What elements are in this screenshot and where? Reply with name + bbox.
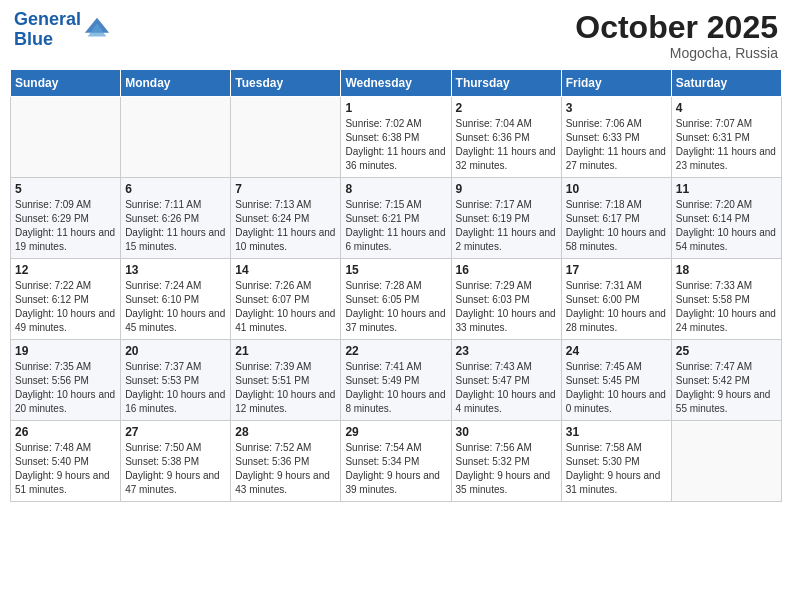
calendar-cell: 16Sunrise: 7:29 AM Sunset: 6:03 PM Dayli… <box>451 259 561 340</box>
day-info: Sunrise: 7:37 AM Sunset: 5:53 PM Dayligh… <box>125 360 226 416</box>
day-info: Sunrise: 7:26 AM Sunset: 6:07 PM Dayligh… <box>235 279 336 335</box>
day-number: 14 <box>235 263 336 277</box>
day-number: 9 <box>456 182 557 196</box>
day-number: 8 <box>345 182 446 196</box>
calendar-cell: 9Sunrise: 7:17 AM Sunset: 6:19 PM Daylig… <box>451 178 561 259</box>
calendar-cell: 24Sunrise: 7:45 AM Sunset: 5:45 PM Dayli… <box>561 340 671 421</box>
weekday-header-thursday: Thursday <box>451 70 561 97</box>
day-number: 21 <box>235 344 336 358</box>
calendar-cell: 29Sunrise: 7:54 AM Sunset: 5:34 PM Dayli… <box>341 421 451 502</box>
calendar-cell: 25Sunrise: 7:47 AM Sunset: 5:42 PM Dayli… <box>671 340 781 421</box>
weekday-header-sunday: Sunday <box>11 70 121 97</box>
calendar-cell: 26Sunrise: 7:48 AM Sunset: 5:40 PM Dayli… <box>11 421 121 502</box>
calendar-cell: 18Sunrise: 7:33 AM Sunset: 5:58 PM Dayli… <box>671 259 781 340</box>
page-header: General Blue October 2025 Mogocha, Russi… <box>10 10 782 61</box>
day-info: Sunrise: 7:54 AM Sunset: 5:34 PM Dayligh… <box>345 441 446 497</box>
day-number: 16 <box>456 263 557 277</box>
day-info: Sunrise: 7:24 AM Sunset: 6:10 PM Dayligh… <box>125 279 226 335</box>
day-number: 1 <box>345 101 446 115</box>
day-number: 2 <box>456 101 557 115</box>
day-number: 30 <box>456 425 557 439</box>
day-number: 22 <box>345 344 446 358</box>
day-info: Sunrise: 7:20 AM Sunset: 6:14 PM Dayligh… <box>676 198 777 254</box>
calendar-cell: 15Sunrise: 7:28 AM Sunset: 6:05 PM Dayli… <box>341 259 451 340</box>
calendar-cell: 28Sunrise: 7:52 AM Sunset: 5:36 PM Dayli… <box>231 421 341 502</box>
logo-text: General <box>14 10 81 30</box>
day-number: 28 <box>235 425 336 439</box>
location: Mogocha, Russia <box>575 45 778 61</box>
calendar-cell: 23Sunrise: 7:43 AM Sunset: 5:47 PM Dayli… <box>451 340 561 421</box>
calendar-cell: 3Sunrise: 7:06 AM Sunset: 6:33 PM Daylig… <box>561 97 671 178</box>
calendar-cell: 12Sunrise: 7:22 AM Sunset: 6:12 PM Dayli… <box>11 259 121 340</box>
day-number: 11 <box>676 182 777 196</box>
day-info: Sunrise: 7:39 AM Sunset: 5:51 PM Dayligh… <box>235 360 336 416</box>
day-info: Sunrise: 7:43 AM Sunset: 5:47 PM Dayligh… <box>456 360 557 416</box>
day-info: Sunrise: 7:56 AM Sunset: 5:32 PM Dayligh… <box>456 441 557 497</box>
weekday-header-saturday: Saturday <box>671 70 781 97</box>
calendar-cell: 6Sunrise: 7:11 AM Sunset: 6:26 PM Daylig… <box>121 178 231 259</box>
day-number: 15 <box>345 263 446 277</box>
day-info: Sunrise: 7:31 AM Sunset: 6:00 PM Dayligh… <box>566 279 667 335</box>
day-info: Sunrise: 7:09 AM Sunset: 6:29 PM Dayligh… <box>15 198 116 254</box>
weekday-header-monday: Monday <box>121 70 231 97</box>
calendar-cell: 20Sunrise: 7:37 AM Sunset: 5:53 PM Dayli… <box>121 340 231 421</box>
day-info: Sunrise: 7:15 AM Sunset: 6:21 PM Dayligh… <box>345 198 446 254</box>
day-info: Sunrise: 7:18 AM Sunset: 6:17 PM Dayligh… <box>566 198 667 254</box>
day-number: 24 <box>566 344 667 358</box>
day-info: Sunrise: 7:58 AM Sunset: 5:30 PM Dayligh… <box>566 441 667 497</box>
day-info: Sunrise: 7:06 AM Sunset: 6:33 PM Dayligh… <box>566 117 667 173</box>
day-number: 5 <box>15 182 116 196</box>
calendar-cell: 14Sunrise: 7:26 AM Sunset: 6:07 PM Dayli… <box>231 259 341 340</box>
calendar-cell <box>231 97 341 178</box>
month-title: October 2025 <box>575 10 778 45</box>
calendar-cell: 13Sunrise: 7:24 AM Sunset: 6:10 PM Dayli… <box>121 259 231 340</box>
day-number: 27 <box>125 425 226 439</box>
calendar-cell: 22Sunrise: 7:41 AM Sunset: 5:49 PM Dayli… <box>341 340 451 421</box>
day-info: Sunrise: 7:07 AM Sunset: 6:31 PM Dayligh… <box>676 117 777 173</box>
day-info: Sunrise: 7:47 AM Sunset: 5:42 PM Dayligh… <box>676 360 777 416</box>
day-info: Sunrise: 7:48 AM Sunset: 5:40 PM Dayligh… <box>15 441 116 497</box>
logo: General Blue <box>14 10 111 50</box>
title-block: October 2025 Mogocha, Russia <box>575 10 778 61</box>
day-info: Sunrise: 7:45 AM Sunset: 5:45 PM Dayligh… <box>566 360 667 416</box>
day-number: 20 <box>125 344 226 358</box>
day-info: Sunrise: 7:11 AM Sunset: 6:26 PM Dayligh… <box>125 198 226 254</box>
day-number: 17 <box>566 263 667 277</box>
calendar-cell: 2Sunrise: 7:04 AM Sunset: 6:36 PM Daylig… <box>451 97 561 178</box>
calendar-cell <box>11 97 121 178</box>
logo-text2: Blue <box>14 30 81 50</box>
day-number: 29 <box>345 425 446 439</box>
day-number: 12 <box>15 263 116 277</box>
day-info: Sunrise: 7:13 AM Sunset: 6:24 PM Dayligh… <box>235 198 336 254</box>
day-number: 23 <box>456 344 557 358</box>
calendar-table: SundayMondayTuesdayWednesdayThursdayFrid… <box>10 69 782 502</box>
day-number: 13 <box>125 263 226 277</box>
calendar-cell: 1Sunrise: 7:02 AM Sunset: 6:38 PM Daylig… <box>341 97 451 178</box>
calendar-cell: 27Sunrise: 7:50 AM Sunset: 5:38 PM Dayli… <box>121 421 231 502</box>
calendar-cell: 19Sunrise: 7:35 AM Sunset: 5:56 PM Dayli… <box>11 340 121 421</box>
day-number: 10 <box>566 182 667 196</box>
day-info: Sunrise: 7:29 AM Sunset: 6:03 PM Dayligh… <box>456 279 557 335</box>
weekday-header-friday: Friday <box>561 70 671 97</box>
calendar-cell: 21Sunrise: 7:39 AM Sunset: 5:51 PM Dayli… <box>231 340 341 421</box>
day-number: 26 <box>15 425 116 439</box>
day-number: 7 <box>235 182 336 196</box>
day-info: Sunrise: 7:02 AM Sunset: 6:38 PM Dayligh… <box>345 117 446 173</box>
logo-icon <box>83 16 111 44</box>
calendar-cell: 11Sunrise: 7:20 AM Sunset: 6:14 PM Dayli… <box>671 178 781 259</box>
weekday-header-wednesday: Wednesday <box>341 70 451 97</box>
day-info: Sunrise: 7:35 AM Sunset: 5:56 PM Dayligh… <box>15 360 116 416</box>
calendar-cell: 8Sunrise: 7:15 AM Sunset: 6:21 PM Daylig… <box>341 178 451 259</box>
day-info: Sunrise: 7:33 AM Sunset: 5:58 PM Dayligh… <box>676 279 777 335</box>
day-number: 31 <box>566 425 667 439</box>
day-info: Sunrise: 7:22 AM Sunset: 6:12 PM Dayligh… <box>15 279 116 335</box>
calendar-cell: 10Sunrise: 7:18 AM Sunset: 6:17 PM Dayli… <box>561 178 671 259</box>
day-info: Sunrise: 7:04 AM Sunset: 6:36 PM Dayligh… <box>456 117 557 173</box>
day-info: Sunrise: 7:50 AM Sunset: 5:38 PM Dayligh… <box>125 441 226 497</box>
day-number: 6 <box>125 182 226 196</box>
day-number: 4 <box>676 101 777 115</box>
day-info: Sunrise: 7:28 AM Sunset: 6:05 PM Dayligh… <box>345 279 446 335</box>
day-info: Sunrise: 7:17 AM Sunset: 6:19 PM Dayligh… <box>456 198 557 254</box>
weekday-header-tuesday: Tuesday <box>231 70 341 97</box>
calendar-cell: 4Sunrise: 7:07 AM Sunset: 6:31 PM Daylig… <box>671 97 781 178</box>
